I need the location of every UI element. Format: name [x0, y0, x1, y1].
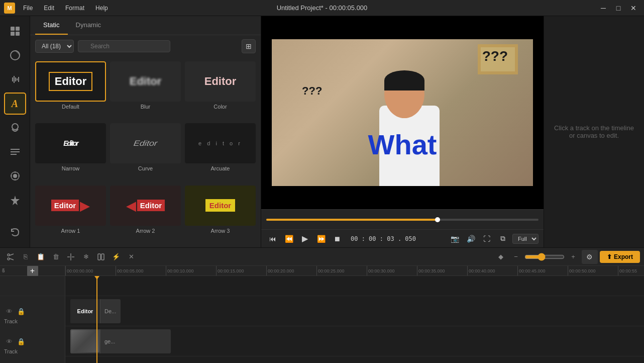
tl-delete2-button[interactable]: ✕ — [125, 250, 138, 263]
track-empty-header — [0, 276, 65, 296]
pip-button[interactable]: ⧉ — [496, 232, 509, 245]
menu-file[interactable]: File — [18, 3, 38, 13]
preset-label-arcuate: Arcuate — [211, 163, 230, 172]
track-5-lock[interactable]: 🔒 — [16, 306, 26, 316]
step-back-button[interactable]: ⏪ — [282, 232, 295, 245]
grid-toggle-button[interactable]: ⊞ — [242, 39, 256, 53]
menu-format[interactable]: Format — [60, 3, 89, 13]
properties-panel: Click a track on the timeline or canvas … — [544, 16, 644, 247]
track-5-name: Track — [4, 318, 18, 324]
tl-freeze-button[interactable]: ❄ — [79, 250, 92, 263]
track-5-icons: 👁 🔒 — [4, 306, 26, 316]
play-button[interactable]: ▶ — [298, 232, 311, 245]
tl-split-button[interactable] — [64, 250, 77, 263]
search-input[interactable] — [78, 40, 170, 52]
preset-content-curve: Editor — [133, 139, 158, 148]
sidebar-item-stickers[interactable] — [4, 117, 26, 139]
text-panel: Static Dynamic All (18) 🔍 ⊞ Editor Defau… — [30, 16, 261, 247]
progress-fill — [266, 219, 438, 221]
playback-controls: ⏮ ⏪ ▶ ⏩ ⏹ 00 : 00 : 03 . 050 📷 🔊 ⛶ ⧉ Ful… — [261, 229, 544, 247]
ruler-2: 00:00:10.000 — [166, 266, 216, 276]
preset-content-arrow2: ◀ Editor — [126, 199, 165, 212]
sidebar-item-effects2[interactable] — [4, 189, 26, 211]
stop-button[interactable]: ⏹ — [331, 232, 344, 245]
tl-speed-button[interactable]: ⚡ — [110, 250, 123, 263]
preset-content-arcuate: e d i t o r — [198, 140, 242, 146]
menu-edit[interactable]: Edit — [39, 3, 59, 13]
svg-rect-2 — [11, 32, 15, 36]
ruler-6: 00:00:30.000 — [367, 266, 417, 276]
sidebar-item-text[interactable]: A — [4, 93, 26, 115]
go-start-button[interactable]: ⏮ — [266, 232, 279, 245]
track-4-lock[interactable]: 🔒 — [16, 336, 26, 346]
progress-bar[interactable] — [266, 219, 539, 221]
preset-label-color: Color — [213, 102, 227, 111]
preset-default[interactable]: Editor Default — [35, 61, 106, 119]
ruler-1: 00:00:05.000 — [116, 266, 166, 276]
progress-knob — [435, 217, 440, 222]
maximize-button[interactable]: □ — [612, 3, 625, 13]
preset-label-narrow: Narrow — [62, 163, 79, 172]
preset-arrow1[interactable]: Editor ▶ Arrow 1 — [35, 186, 106, 243]
sidebar-item-subtitles[interactable] — [4, 141, 26, 163]
preview-area: ??? ??? What ⏮ ⏪ — [261, 16, 544, 247]
titlebar: M File Edit Format Help Untitled Project… — [0, 0, 644, 16]
track-4-visibility[interactable]: 👁 — [4, 336, 14, 346]
sidebar-item-filters[interactable] — [4, 165, 26, 187]
preset-narrow[interactable]: Editor Narrow — [35, 123, 106, 181]
svg-point-15 — [13, 174, 17, 178]
timeline-settings-button[interactable]: ⚙ — [582, 250, 598, 264]
category-select[interactable]: All (18) — [35, 40, 74, 53]
sidebar-item-media[interactable] — [4, 20, 26, 42]
window-controls: ─ □ ✕ — [597, 3, 640, 13]
preset-thumb-default: Editor — [35, 61, 106, 102]
clip-video-label: ge... — [100, 338, 119, 344]
panel-tabs: Static Dynamic — [30, 16, 261, 35]
sidebar-item-audio[interactable] — [4, 68, 26, 90]
zoom-out-button[interactable]: − — [509, 250, 522, 263]
tracks-content: Editor De... ge... — [65, 276, 644, 363]
preset-arrow3[interactable]: Editor Arrow 3 — [185, 186, 256, 243]
timeline-body: + 5 👁 🔒 Track 4 👁 🔒 Track — [0, 266, 644, 363]
sidebar: A — [0, 16, 30, 247]
minimize-button[interactable]: ─ — [597, 3, 610, 13]
snapshot-button[interactable]: 📷 — [448, 232, 461, 245]
zoom-in-button[interactable]: + — [567, 250, 580, 263]
tl-cut-button[interactable] — [4, 250, 17, 263]
preset-blur[interactable]: Editor Blur — [110, 61, 181, 119]
add-track-button[interactable]: + — [27, 266, 38, 277]
tab-static[interactable]: Static — [35, 16, 68, 35]
tl-marker-button[interactable]: ◆ — [494, 250, 507, 263]
preset-curve[interactable]: Editor Curve — [110, 123, 181, 181]
svg-rect-3 — [16, 32, 20, 36]
track-5-visibility[interactable]: 👁 — [4, 306, 14, 316]
track-5-clip[interactable]: Editor De... — [70, 299, 121, 323]
tl-delete-button[interactable]: 🗑 — [49, 250, 62, 263]
ruler-7: 00:00:35.000 — [417, 266, 467, 276]
tl-paste-button[interactable]: 📋 — [34, 250, 47, 263]
preset-color[interactable]: Editor Color — [185, 61, 256, 119]
preset-thumb-color: Editor — [185, 61, 256, 102]
tl-detach-button[interactable] — [94, 250, 108, 263]
preset-thumb-blur: Editor — [110, 61, 181, 102]
step-forward-button[interactable]: ⏩ — [314, 232, 328, 245]
quality-select[interactable]: Full 1/2 1/4 — [512, 234, 539, 244]
sidebar-item-effects[interactable] — [4, 44, 26, 66]
zoom-slider[interactable] — [524, 253, 565, 261]
clip-video-thumb — [70, 329, 100, 353]
clip-thumb-inner — [71, 330, 99, 352]
ruler-5: 00:00:25.000 — [316, 266, 367, 276]
tab-dynamic[interactable]: Dynamic — [68, 16, 110, 35]
audio-button[interactable]: 🔊 — [464, 232, 477, 245]
fullscreen-button[interactable]: ⛶ — [480, 232, 493, 245]
close-button[interactable]: ✕ — [627, 3, 640, 13]
preset-arcuate[interactable]: e d i t o r Arcuate — [185, 123, 256, 181]
menu-help[interactable]: Help — [90, 3, 113, 13]
clip-text-label: De... — [100, 308, 120, 314]
track-4-clip[interactable]: ge... — [70, 329, 171, 353]
sidebar-item-undo[interactable] — [4, 221, 26, 243]
preset-arrow2[interactable]: ◀ Editor Arrow 2 — [110, 186, 181, 243]
preset-content-narrow: Editor — [63, 139, 77, 147]
tl-copy-button[interactable]: ⎘ — [19, 250, 32, 263]
export-button[interactable]: ⬆ Export — [600, 251, 640, 263]
